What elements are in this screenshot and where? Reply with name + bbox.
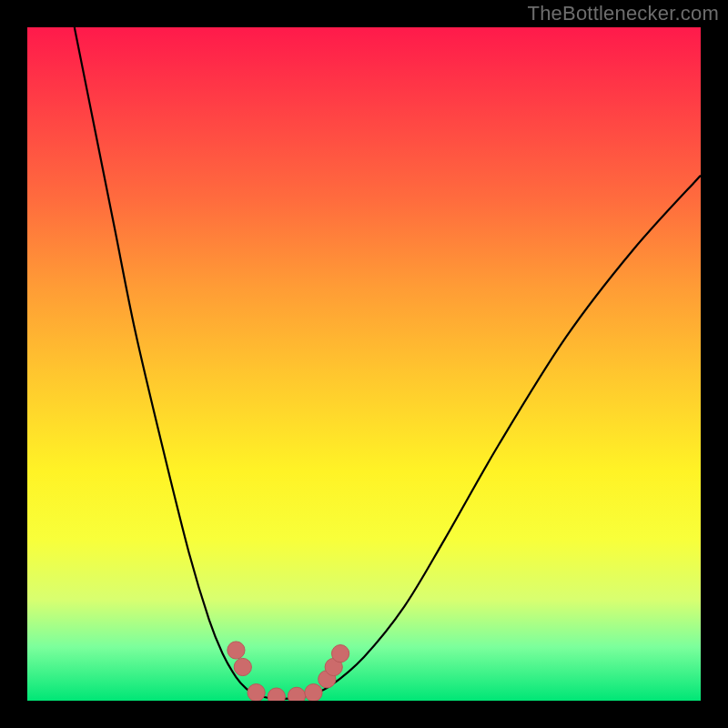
watermark-text: TheBottlenecker.com [528, 2, 719, 25]
data-marker [268, 688, 285, 701]
curve-right [310, 176, 701, 695]
data-marker [331, 645, 349, 662]
curve-left [75, 27, 257, 695]
data-marker [248, 684, 265, 702]
data-marker [234, 658, 251, 675]
data-marker [305, 684, 322, 702]
chart-frame: TheBottlenecker.com [0, 0, 728, 728]
data-marker [288, 687, 305, 701]
curve-layer [27, 27, 701, 701]
plot-area [27, 27, 701, 701]
marker-group [228, 642, 349, 701]
data-marker [228, 642, 245, 659]
